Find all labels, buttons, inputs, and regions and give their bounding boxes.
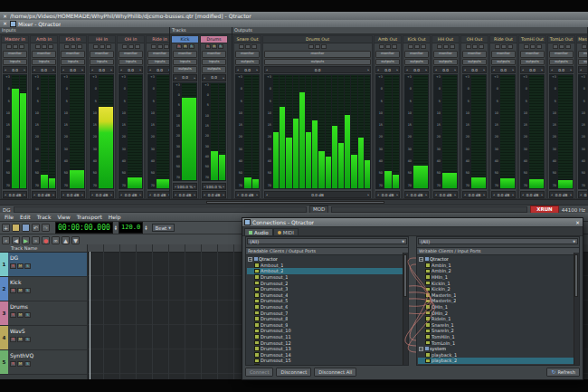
strip-mini-button[interactable] (524, 44, 529, 49)
spinner-right-arrow[interactable]: ▸ (24, 193, 25, 196)
port-row-drumsout-11[interactable]: Drumsout_11 (247, 334, 403, 340)
spinner-right-arrow[interactable]: ▸ (223, 76, 224, 80)
new-session-icon[interactable]: + (2, 224, 10, 232)
strip-monitor-button[interactable]: monitor (433, 51, 458, 58)
spinner-right-arrow[interactable]: ▸ (194, 185, 195, 188)
spinner-right-arrow[interactable]: ▸ (541, 68, 543, 72)
strip-mini-button[interactable] (106, 44, 111, 49)
spinner-right-arrow[interactable]: ▸ (52, 68, 54, 72)
refresh-button[interactable]: ↻ Refresh (546, 368, 580, 377)
menu-transport[interactable]: Transport (74, 213, 105, 221)
strip-mini-button[interactable] (71, 44, 76, 49)
port-row-kickin-2[interactable]: KickIn_2 (418, 286, 574, 292)
spinner-left-arrow[interactable]: ◂ (406, 68, 408, 72)
port-row-drumsout-13[interactable]: Drumsout_13 (247, 346, 403, 352)
strip-outputs-button[interactable]: outputs (549, 59, 574, 66)
port-row-drumsout-3[interactable]: Drumsout_3 (247, 286, 403, 292)
strip-mini-button[interactable] (239, 44, 244, 49)
track-row-dg[interactable]: 1DGRMS (0, 253, 87, 277)
strip-name-button[interactable]: Master In (2, 36, 28, 43)
strip-pan-spinner[interactable]: ◂0.0▸ (433, 66, 458, 73)
spinner-right-arrow[interactable]: ▸ (110, 68, 112, 72)
spinner-right-arrow[interactable]: ▸ (168, 68, 169, 72)
track-record-button[interactable]: R (10, 337, 16, 342)
scrollbar-thumb[interactable] (206, 201, 384, 204)
close-icon[interactable]: ✕ (574, 220, 581, 225)
port-row-tomhiin-1[interactable]: TomHiIn_1 (418, 334, 574, 340)
spinner-left-arrow[interactable]: ◂ (120, 68, 122, 72)
expander-icon[interactable]: − (419, 347, 423, 351)
track-row-kick[interactable]: 2KickRMS (0, 277, 87, 301)
track-mute-button[interactable]: M (17, 312, 24, 318)
strip-monitor-button[interactable]: monitor (404, 51, 429, 58)
spinner-left-arrow[interactable]: ◂ (204, 76, 205, 80)
strip-pan-spinner[interactable]: ◂0.0▸ (3, 66, 27, 73)
strip-gain-spinner[interactable]: ◂0.0 dB▸ (3, 191, 27, 198)
save-session-icon[interactable] (22, 224, 30, 232)
client-row-system[interactable]: −system (418, 346, 574, 352)
strip-mini-button[interactable] (466, 44, 471, 49)
strip-mini-button[interactable] (135, 44, 140, 49)
strip-mini-button[interactable] (479, 44, 484, 49)
port-row-drumsout-14[interactable]: Drumsout_14 (247, 352, 403, 359)
spinner-right-arrow[interactable]: ▸ (512, 193, 514, 196)
strip-monitor-button[interactable]: monitor (520, 51, 545, 58)
spinner-left-arrow[interactable]: ◂ (175, 76, 176, 80)
strip-name-button[interactable]: Master Out (577, 36, 587, 43)
spinner-left-arrow[interactable]: ◂ (175, 185, 176, 188)
spinner-left-arrow[interactable]: ◂ (120, 193, 122, 196)
rewind-start-icon[interactable]: « (2, 236, 10, 244)
strip-inputs-button[interactable]: inputs (61, 59, 85, 66)
strip-inputs-button[interactable]: inputs (202, 59, 226, 66)
strip-pan-spinner[interactable]: ◂0.0▸ (90, 66, 114, 73)
port-row-playback-1[interactable]: playback_1 (418, 352, 574, 359)
strip-name-button[interactable]: OH In (118, 36, 144, 43)
port-row-drumsout-10[interactable]: Drumsout_10 (247, 328, 403, 334)
strip-outputs-button[interactable]: outputs (404, 59, 429, 66)
spinner-right-arrow[interactable]: ▸ (483, 68, 485, 72)
strip-mini-button[interactable] (379, 44, 384, 49)
spinner-left-arrow[interactable]: ◂ (175, 193, 176, 196)
spinner-right-arrow[interactable]: ▸ (223, 185, 224, 188)
strip-mini-button[interactable] (245, 44, 251, 49)
strip-pan-spinner[interactable]: ◂0.0▸ (375, 66, 400, 73)
strip-gain-spinner[interactable]: ◂0.0 dB▸ (202, 191, 226, 198)
loop-icon[interactable]: ∞ (52, 236, 60, 244)
readable-header[interactable]: Readable Clients / Output Ports (246, 248, 408, 255)
port-row-snarein-2[interactable]: SnareIn_2 (418, 328, 574, 334)
strip-mini-button[interactable] (530, 44, 536, 49)
record-icon[interactable]: ● (42, 236, 50, 244)
strip-name-button[interactable]: Kick In (60, 36, 86, 43)
port-row-kickin-1[interactable]: KickIn_1 (418, 280, 574, 286)
writable-filter-combo[interactable]: (All) ▼ (418, 238, 578, 244)
spinner-left-arrow[interactable]: ◂ (62, 193, 64, 196)
fast-forward-icon[interactable]: » (32, 236, 40, 244)
port-row-masterin-1[interactable]: MasterIn_1 (418, 292, 574, 299)
spinner-left-arrow[interactable]: ◂ (522, 68, 524, 72)
strip-mini-button[interactable] (495, 44, 500, 49)
spinner-left-arrow[interactable]: ◂ (5, 193, 6, 196)
spinner-left-arrow[interactable]: ◂ (266, 193, 268, 196)
spinner-right-arrow[interactable]: ▸ (256, 68, 258, 72)
strip-monitor-button[interactable]: monitor (578, 51, 587, 58)
spinner-left-arrow[interactable]: ◂ (464, 68, 466, 72)
strip-mini-button[interactable] (42, 44, 47, 49)
spinner-left-arrow[interactable]: ◂ (464, 193, 466, 196)
strip-mini-button[interactable] (565, 44, 571, 49)
strip-mini-button[interactable] (128, 44, 134, 49)
strip-pan-spinner[interactable]: ◂0.0▸ (119, 66, 143, 73)
strip-mini-button[interactable] (157, 44, 163, 49)
spinner-left-arrow[interactable]: ◂ (149, 193, 151, 196)
port-row-drumsout-7[interactable]: Drumsout_7 (247, 310, 403, 316)
spinner-left-arrow[interactable]: ◂ (266, 68, 268, 72)
spinner-right-arrow[interactable]: ▸ (483, 193, 485, 196)
spinner-left-arrow[interactable]: ◂ (580, 193, 582, 196)
strip-name-button[interactable]: Drums Out (263, 36, 372, 43)
track-solo-button[interactable]: S (24, 288, 31, 293)
track-mute-button[interactable]: M (17, 337, 24, 342)
scrollbar-thumb[interactable] (403, 254, 407, 297)
strip-outputs-button[interactable]: outputs (202, 66, 226, 73)
strip-pan-spinner[interactable]: ◂0.0▸ (520, 66, 545, 73)
spinner-left-arrow[interactable]: ◂ (493, 193, 495, 196)
strip-gain-spinner[interactable]: ◂0.0 dB▸ (520, 191, 545, 198)
